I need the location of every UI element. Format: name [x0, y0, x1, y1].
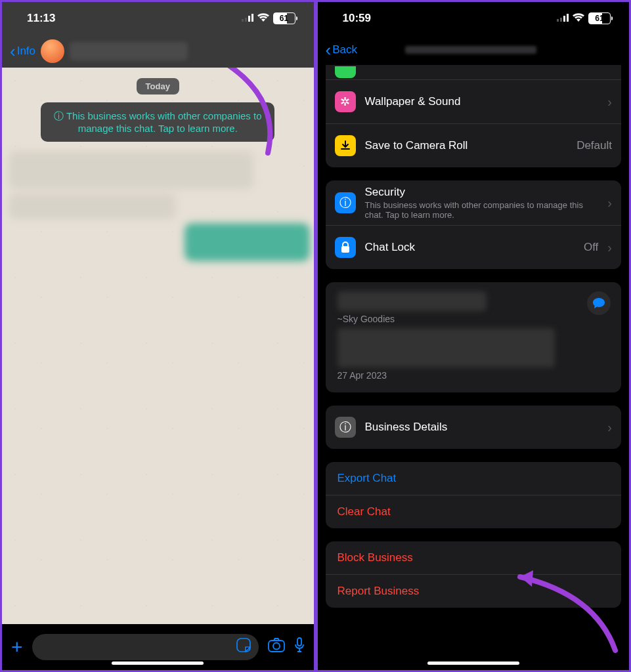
- info-icon: ⓘ: [54, 110, 66, 121]
- contact-date: 27 Apr 2023: [337, 370, 610, 381]
- incoming-message-redacted: [9, 151, 253, 189]
- wifi-icon: [257, 12, 269, 25]
- signal-icon: [242, 12, 253, 25]
- info-header: ‹ Back: [318, 35, 630, 65]
- report-business-button[interactable]: Report Business: [326, 574, 622, 608]
- svg-point-6: [273, 643, 280, 650]
- chat-body: Today ⓘ This business works with other c…: [2, 68, 314, 624]
- row-label: Chat Lock: [365, 241, 575, 254]
- section-contact-card[interactable]: ~Sky Goodies 27 Apr 2023: [326, 282, 622, 392]
- avatar[interactable]: [41, 39, 64, 63]
- svg-rect-11: [567, 14, 569, 22]
- section-security: ⓘ Security This business works with othe…: [326, 180, 622, 269]
- row-icon: [335, 66, 356, 78]
- back-label: Back: [332, 43, 357, 56]
- contact-body-redacted: [337, 328, 555, 368]
- svg-rect-0: [242, 19, 244, 22]
- row-label: Security: [365, 186, 599, 199]
- status-bar: 10:59 61: [318, 2, 630, 35]
- sticker-icon[interactable]: [236, 638, 251, 656]
- svg-rect-7: [297, 638, 301, 646]
- export-chat-button[interactable]: Export Chat: [326, 462, 622, 495]
- back-button[interactable]: ‹ Back: [326, 40, 357, 60]
- svg-rect-1: [245, 18, 247, 22]
- section-block-report: Block Business Report Business: [326, 541, 622, 608]
- svg-rect-5: [269, 640, 284, 652]
- mic-button[interactable]: [294, 637, 305, 657]
- camera-button[interactable]: [268, 638, 285, 656]
- lock-icon: [335, 237, 356, 258]
- svg-rect-10: [563, 16, 565, 22]
- svg-rect-2: [248, 16, 250, 22]
- section-chat-actions: Export Chat Clear Chat: [326, 462, 622, 528]
- chevron-left-icon: ‹: [326, 40, 332, 60]
- save-icon: [335, 135, 356, 156]
- incoming-message-redacted: [9, 193, 176, 219]
- battery-icon: 61: [588, 12, 611, 24]
- chat-lock-row[interactable]: Chat Lock Off ›: [326, 225, 622, 269]
- contact-name-redacted[interactable]: [70, 42, 188, 60]
- svg-rect-12: [341, 246, 349, 253]
- business-details-row[interactable]: ⓘ Business Details ›: [326, 406, 622, 449]
- signal-icon: [557, 12, 569, 25]
- section-business-details: ⓘ Business Details ›: [326, 406, 622, 449]
- time-label: 11:13: [27, 12, 55, 25]
- clear-chat-button[interactable]: Clear Chat: [326, 495, 622, 528]
- save-camera-row[interactable]: Save to Camera Roll Default: [326, 123, 622, 167]
- chevron-right-icon: ›: [607, 420, 612, 435]
- chevron-right-icon: ›: [607, 196, 612, 211]
- row-label: Business Details: [365, 421, 599, 434]
- info-bubble-text: This business works with other companies…: [66, 110, 262, 134]
- business-info-bubble[interactable]: ⓘ This business works with other compani…: [41, 102, 274, 142]
- chevron-right-icon: ›: [607, 240, 612, 255]
- page-title-redacted: [405, 46, 536, 54]
- chevron-left-icon: ‹: [10, 41, 16, 62]
- chat-header: ‹ Info: [2, 35, 314, 68]
- wifi-icon: [573, 12, 584, 25]
- svg-rect-9: [560, 18, 562, 22]
- status-bar: 11:13 61: [2, 2, 314, 35]
- date-pill: Today: [137, 78, 179, 94]
- home-indicator: [112, 662, 204, 665]
- info-icon: ⓘ: [335, 192, 356, 213]
- back-button[interactable]: ‹ Info: [10, 41, 35, 62]
- back-label: Info: [17, 45, 35, 58]
- security-row[interactable]: ⓘ Security This business works with othe…: [326, 180, 622, 225]
- row-value: Default: [577, 139, 612, 152]
- info-icon: ⓘ: [335, 417, 356, 438]
- settings-body: ✲ Wallpaper & Sound › Save to Camera Rol…: [318, 65, 630, 670]
- block-business-button[interactable]: Block Business: [326, 541, 622, 574]
- row-label: Save to Camera Roll: [365, 139, 568, 152]
- contact-title-redacted: [337, 291, 487, 311]
- message-input[interactable]: [32, 634, 259, 660]
- battery-icon: 61: [273, 12, 295, 24]
- outgoing-message-redacted: [185, 223, 310, 261]
- chevron-right-icon: ›: [607, 94, 612, 110]
- home-indicator: [427, 662, 519, 665]
- svg-rect-3: [251, 14, 253, 22]
- time-label: 10:59: [343, 12, 371, 25]
- section-appearance: ✲ Wallpaper & Sound › Save to Camera Rol…: [326, 65, 622, 167]
- chat-button[interactable]: [587, 291, 611, 315]
- row-value: Off: [584, 241, 598, 254]
- wallpaper-row[interactable]: ✲ Wallpaper & Sound ›: [326, 79, 622, 123]
- contact-subtitle: ~Sky Goodies: [337, 314, 610, 324]
- wallpaper-icon: ✲: [335, 91, 356, 112]
- attach-button[interactable]: +: [11, 636, 23, 658]
- svg-rect-8: [557, 19, 559, 22]
- row-sublabel: This business works with other companies…: [365, 200, 599, 220]
- row-label: Wallpaper & Sound: [365, 95, 599, 108]
